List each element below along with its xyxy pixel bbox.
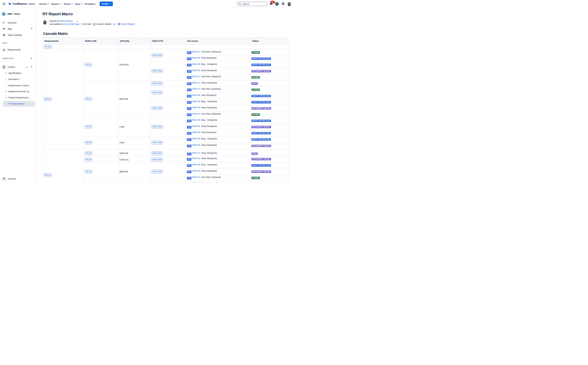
svg-text:?: ? [276, 3, 278, 5]
